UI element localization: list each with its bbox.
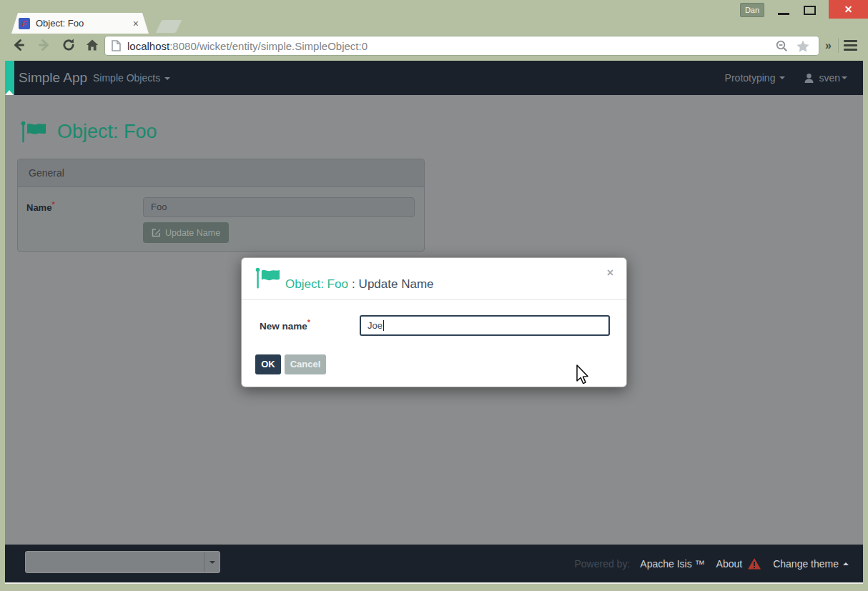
tab-title: Object: Foo	[36, 18, 133, 29]
caret-up-icon	[843, 562, 849, 565]
edit-icon	[152, 228, 161, 237]
browser-tab[interactable]: F Object: Foo ×	[11, 13, 149, 34]
dialog-header: Object: Foo:Update Name ×	[242, 258, 626, 300]
address-bar[interactable]: localhost:8080/wicket/entity/simple.Simp…	[104, 36, 819, 56]
required-marker: *	[51, 200, 54, 209]
person-icon	[804, 73, 814, 84]
app-footer: Powered by: Apache Isis ™ About Change t…	[5, 545, 863, 582]
name-label: Name*	[26, 200, 55, 213]
text-caret	[383, 320, 384, 331]
new-tab-button[interactable]	[156, 20, 182, 33]
caret-down-icon	[842, 76, 847, 79]
browser-window: F Object: Foo × Dan ✕ loca	[0, 0, 868, 591]
ok-button[interactable]: OK	[255, 354, 281, 374]
flag-icon	[255, 267, 282, 289]
powered-by-label: Powered by:	[574, 558, 630, 570]
mouse-cursor	[573, 364, 590, 385]
about-link[interactable]: About	[716, 558, 743, 570]
zoom-icon[interactable]	[775, 39, 789, 53]
url-text[interactable]: localhost:8080/wicket/entity/simple.Simp…	[127, 40, 368, 52]
page-title: Object: Foo	[20, 121, 157, 143]
home-icon[interactable]	[84, 37, 100, 53]
bookmark-star-icon[interactable]	[796, 39, 810, 53]
close-button[interactable]: ✕	[829, 0, 868, 19]
select-arrow-segment[interactable]	[204, 552, 220, 572]
panel-heading: General	[18, 159, 424, 187]
menu-prototyping[interactable]: Prototyping	[725, 72, 786, 84]
forward-icon[interactable]	[36, 37, 52, 53]
update-name-button[interactable]: Update Name	[143, 222, 229, 243]
warning-icon	[747, 557, 761, 570]
profile-chip[interactable]: Dan	[740, 3, 764, 17]
dialog-title: Object: Foo:Update Name	[285, 277, 434, 292]
favicon-icon: F	[19, 18, 30, 29]
menu-simple-objects[interactable]: Simple Objects	[93, 61, 170, 95]
panel-body: Name* Foo Update Name	[18, 187, 424, 251]
new-name-label: New name*	[260, 318, 310, 332]
caret-down-icon	[164, 77, 170, 80]
name-input[interactable]: Foo	[143, 197, 415, 217]
apache-isis-link[interactable]: Apache Isis ™	[640, 558, 704, 570]
tab-close-icon[interactable]: ×	[133, 19, 139, 29]
page-icon	[112, 40, 121, 51]
extensions-overflow-icon[interactable]: »	[825, 39, 832, 52]
toolbar-separator	[838, 38, 839, 53]
update-name-dialog: Object: Foo:Update Name × New name* Joe …	[241, 257, 627, 387]
change-theme-link[interactable]: Change theme	[773, 558, 849, 570]
reload-icon[interactable]	[61, 37, 77, 53]
footer-select[interactable]	[25, 551, 220, 573]
browser-menu-icon[interactable]	[844, 40, 857, 53]
menu-user[interactable]: sven	[804, 72, 847, 84]
app-navbar: Simple App Simple Objects Prototyping sv…	[5, 61, 863, 95]
cancel-button[interactable]: Cancel	[285, 354, 326, 374]
caret-down-icon	[209, 561, 215, 564]
app-brand[interactable]: Simple App	[19, 61, 87, 95]
dialog-close-icon[interactable]: ×	[607, 267, 613, 279]
minimize-button[interactable]	[778, 13, 789, 15]
new-name-input[interactable]: Joe	[360, 315, 610, 336]
maximize-button[interactable]	[804, 6, 816, 15]
brand-logo	[5, 61, 14, 95]
caret-down-icon	[779, 76, 785, 79]
general-panel: General Name* Foo Update Name	[17, 159, 425, 252]
back-icon[interactable]	[11, 37, 26, 53]
required-marker: *	[307, 318, 310, 327]
dialog-body: New name* Joe OK Cancel	[242, 300, 626, 387]
browser-chrome: F Object: Foo × Dan ✕ loca	[0, 0, 868, 61]
flag-icon	[20, 121, 49, 143]
